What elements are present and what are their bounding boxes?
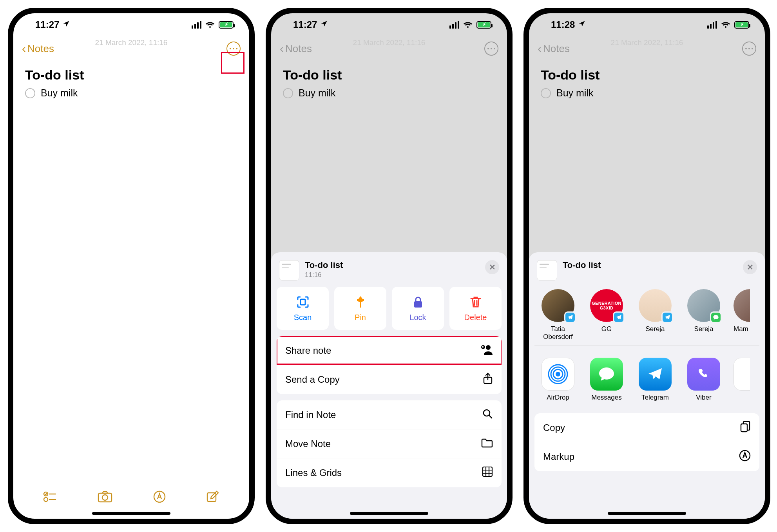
delete-label: Delete (464, 313, 487, 322)
markup-row[interactable]: Markup (534, 442, 759, 471)
actions-sheet: To-do list 11:16 ✕ Scan Pin Lock De (271, 252, 507, 519)
camera-button[interactable] (98, 491, 112, 504)
cellular-signal-icon (707, 21, 717, 29)
svg-point-5 (102, 495, 108, 500)
avatar (639, 289, 672, 322)
note-actions-group: Find in Note Move Note Lines & Grids (277, 400, 502, 487)
scan-label: Scan (294, 313, 312, 322)
chevron-left-icon: ‹ (280, 43, 284, 54)
checklist-text: Buy milk (556, 87, 593, 99)
telegram-badge-icon (613, 311, 625, 323)
phone-screenshot-1: 11:27 ⚡︎ ‹ Notes 21 March 2022, 11:16 To… (8, 8, 255, 524)
search-icon (482, 408, 493, 422)
close-button[interactable]: ✕ (743, 260, 757, 274)
status-time: 11:28 (551, 19, 575, 30)
trash-icon (469, 295, 483, 309)
checklist-item: Buy milk (283, 87, 495, 99)
copy-icon (740, 421, 751, 435)
share-sheet: To-do list ✕ Tatia Obersdorf GENERATION … (529, 252, 765, 519)
battery-icon: ⚡︎ (734, 21, 749, 29)
delete-button[interactable]: Delete (449, 287, 502, 330)
share-icon (483, 373, 493, 387)
checklist-item[interactable]: Buy milk (25, 87, 237, 99)
wifi-icon (205, 21, 215, 29)
contact-name: Sereja (694, 325, 713, 333)
back-label: Notes (543, 43, 570, 55)
sheet-thumbnail (279, 260, 299, 280)
viber-icon (687, 358, 720, 391)
app-item-airdrop[interactable]: AirDrop (539, 358, 577, 402)
back-button[interactable]: ‹ Notes (22, 43, 54, 55)
row-label: Share note (285, 345, 331, 356)
phone-screenshot-2: 11:27 ⚡︎ ‹ Notes 21 March 2022, 11:16 To… (266, 8, 513, 524)
checklist-item: Buy milk (541, 87, 753, 99)
app-label: Telegram (641, 394, 669, 402)
scan-button[interactable]: Scan (277, 287, 329, 330)
checklist-text: Buy milk (299, 87, 335, 99)
nav-bar: ‹ Notes (13, 36, 249, 61)
send-copy-row[interactable]: Send a Copy (277, 365, 502, 394)
contact-name: GG (601, 325, 612, 333)
wifi-icon (463, 21, 473, 29)
back-label: Notes (285, 43, 312, 55)
location-icon (578, 19, 586, 30)
nav-bar: ‹ Notes (271, 36, 507, 61)
share-contacts: Tatia Obersdorf GENERATION G3XID GG Sere… (534, 287, 759, 346)
home-indicator[interactable] (92, 512, 170, 515)
telegram-badge-icon (564, 311, 576, 323)
contact-item[interactable]: Tatia Obersdorf (539, 289, 577, 341)
home-indicator[interactable] (350, 512, 428, 515)
contact-item[interactable]: GENERATION G3XID GG (588, 289, 625, 341)
wifi-icon (721, 21, 730, 29)
status-time: 11:27 (293, 19, 317, 30)
app-label: AirDrop (547, 394, 569, 402)
back-button: ‹ Notes (538, 43, 570, 55)
checklist-button[interactable] (43, 491, 57, 504)
svg-rect-8 (301, 299, 305, 305)
contact-item[interactable]: Sereja (685, 289, 723, 341)
airdrop-icon (542, 358, 574, 391)
chevron-left-icon: ‹ (538, 43, 542, 54)
status-bar: 11:28 ⚡︎ (529, 13, 765, 36)
lock-icon (411, 295, 425, 309)
svg-point-2 (44, 498, 48, 501)
app-item-messages[interactable]: Messages (588, 358, 625, 402)
avatar (687, 289, 720, 322)
lock-button[interactable]: Lock (392, 287, 444, 330)
markup-icon (739, 450, 751, 464)
move-row[interactable]: Move Note (277, 429, 502, 458)
markup-button[interactable] (153, 490, 166, 505)
actions-group: Copy Markup (534, 413, 759, 471)
status-bar: 11:27 ⚡︎ (13, 13, 249, 36)
close-button[interactable]: ✕ (485, 260, 499, 274)
pin-button[interactable]: Pin (334, 287, 386, 330)
more-actions-button[interactable] (226, 42, 241, 56)
row-label: Copy (543, 422, 565, 433)
contact-item[interactable]: Mam (734, 289, 750, 341)
contact-name: Sereja (645, 325, 665, 333)
checkbox-icon (541, 88, 551, 98)
sheet-title: To-do list (563, 260, 601, 270)
share-apps: AirDrop Messages Telegram Viber (534, 352, 759, 407)
row-label: Send a Copy (285, 374, 340, 385)
messages-badge-icon (710, 311, 722, 323)
share-note-row[interactable]: Share note (277, 336, 502, 365)
app-item-viber[interactable]: Viber (685, 358, 723, 402)
quick-actions: Scan Pin Lock Delete (277, 287, 502, 330)
contact-item[interactable]: Sereja (636, 289, 674, 341)
battery-icon: ⚡︎ (219, 21, 234, 29)
folder-icon (481, 438, 493, 450)
app-item-more[interactable] (734, 358, 750, 402)
checkbox-icon[interactable] (25, 88, 35, 98)
app-item-telegram[interactable]: Telegram (636, 358, 674, 402)
lines-grids-row[interactable]: Lines & Grids (277, 458, 502, 487)
bottom-toolbar (13, 487, 249, 508)
avatar-text: GENERATION G3XID (592, 301, 621, 310)
compose-button[interactable] (206, 490, 219, 505)
find-row[interactable]: Find in Note (277, 400, 502, 429)
home-indicator[interactable] (608, 512, 686, 515)
copy-row[interactable]: Copy (534, 413, 759, 442)
grid-icon (482, 466, 493, 480)
battery-icon: ⚡︎ (476, 21, 491, 29)
note-title[interactable]: To-do list (25, 67, 237, 83)
